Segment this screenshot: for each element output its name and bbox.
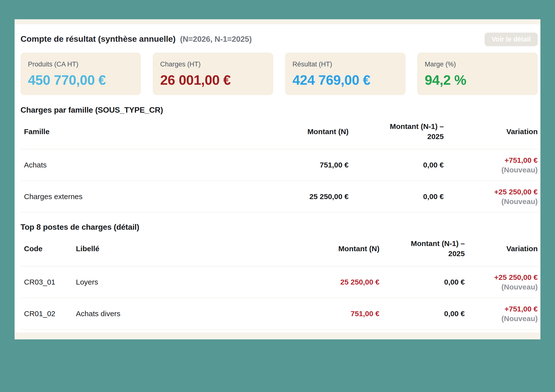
cell-montant-n1: 0,00 € <box>379 298 465 330</box>
report-header: Compte de résultat (synthèse annuelle) (… <box>21 34 538 46</box>
cell-montant-n: 25 250,00 € <box>266 266 379 298</box>
charges-par-famille-section: Charges par famille (SOUS_TYPE_CR) Famil… <box>21 105 538 213</box>
charges-par-famille-title: Charges par famille (SOUS_TYPE_CR) <box>21 105 538 115</box>
cell-code: CR03_01 <box>21 266 72 298</box>
column-header-variation: Variation <box>444 115 538 149</box>
report-period: (N=2026, N-1=2025) <box>180 35 252 44</box>
report-title: Compte de résultat (synthèse annuelle) <box>21 34 176 44</box>
kpi-label: Produits (CA HT) <box>28 61 133 68</box>
kpi-label: Résultat (HT) <box>292 61 398 68</box>
kpi-label: Charges (HT) <box>160 61 266 68</box>
kpi-card-produits: Produits (CA HT) 450 770,00 € <box>21 53 141 95</box>
page-background: { "report": { "title": "Compte de résult… <box>0 0 555 392</box>
view-detail-button[interactable]: Voir le détail <box>485 33 538 46</box>
cell-montant-n1: 0,00 € <box>379 266 465 298</box>
top-postes-title: Top 8 postes de charges (détail) <box>21 223 538 232</box>
variation-amount: +25 250,00 € <box>465 272 538 282</box>
cell-libelle: Achats divers <box>72 298 266 330</box>
table-row: Achats 751,00 € 0,00 € +751,00 € (Nouvea… <box>21 149 538 181</box>
kpi-card-charges: Charges (HT) 26 001,00 € <box>153 53 273 95</box>
cell-libelle: Loyers <box>72 266 266 298</box>
table-header-row: Famille Montant (N) Montant (N-1) – 2025… <box>21 115 538 149</box>
kpi-value: 94,2 % <box>425 72 530 88</box>
column-header-montant-n1: Montant (N-1) – 2025 <box>379 232 465 266</box>
cell-famille: Charges externes <box>21 181 267 212</box>
report-title-group: Compte de résultat (synthèse annuelle) (… <box>21 34 252 44</box>
cell-montant-n: 751,00 € <box>267 149 349 181</box>
variation-note: (Nouveau) <box>465 282 538 292</box>
cell-famille: Achats <box>21 149 267 181</box>
kpi-value: 26 001,00 € <box>160 72 266 88</box>
cell-montant-n1: 0,00 € <box>349 149 444 181</box>
column-header-montant-n: Montant (N) <box>266 232 379 266</box>
table-row: Charges externes 25 250,00 € 0,00 € +25 … <box>21 181 538 212</box>
kpi-card-marge: Marge (%) 94,2 % <box>417 53 538 95</box>
kpi-value: 450 770,00 € <box>28 72 133 88</box>
column-header-famille: Famille <box>21 115 267 149</box>
top-postes-table: Code Libellé Montant (N) Montant (N-1) –… <box>21 232 538 330</box>
cell-variation: +751,00 € (Nouveau) <box>465 298 538 330</box>
cell-variation: +25 250,00 € (Nouveau) <box>465 266 538 298</box>
table-row: CR03_01 Loyers 25 250,00 € 0,00 € +25 25… <box>21 266 538 298</box>
kpi-grid: Produits (CA HT) 450 770,00 € Charges (H… <box>21 53 538 95</box>
cell-variation: +751,00 € (Nouveau) <box>444 149 538 181</box>
charges-par-famille-table: Famille Montant (N) Montant (N-1) – 2025… <box>21 115 538 213</box>
variation-amount: +25 250,00 € <box>444 187 538 197</box>
cell-variation: +25 250,00 € (Nouveau) <box>444 181 538 212</box>
report-card: Compte de résultat (synthèse annuelle) (… <box>15 24 540 333</box>
variation-amount: +751,00 € <box>465 304 538 314</box>
cell-montant-n: 751,00 € <box>266 298 379 330</box>
kpi-label: Marge (%) <box>425 61 530 68</box>
kpi-value: 424 769,00 € <box>292 72 398 88</box>
variation-note: (Nouveau) <box>465 314 538 323</box>
cell-montant-n1: 0,00 € <box>349 181 444 212</box>
variation-note: (Nouveau) <box>444 165 538 175</box>
content-panel: Compte de résultat (synthèse annuelle) (… <box>15 19 540 339</box>
column-header-montant-n1: Montant (N-1) – 2025 <box>349 115 444 149</box>
variation-amount: +751,00 € <box>444 155 538 165</box>
kpi-card-resultat: Résultat (HT) 424 769,00 € <box>285 53 405 95</box>
table-header-row: Code Libellé Montant (N) Montant (N-1) –… <box>21 232 538 266</box>
column-header-code: Code <box>21 232 72 266</box>
top-postes-section: Top 8 postes de charges (détail) Code Li… <box>21 223 538 330</box>
column-header-libelle: Libellé <box>72 232 266 266</box>
table-row: CR01_02 Achats divers 751,00 € 0,00 € +7… <box>21 298 538 330</box>
cell-montant-n: 25 250,00 € <box>267 181 349 212</box>
variation-note: (Nouveau) <box>444 197 538 206</box>
cell-code: CR01_02 <box>21 298 72 330</box>
column-header-variation: Variation <box>465 232 538 266</box>
column-header-montant-n: Montant (N) <box>267 115 349 149</box>
